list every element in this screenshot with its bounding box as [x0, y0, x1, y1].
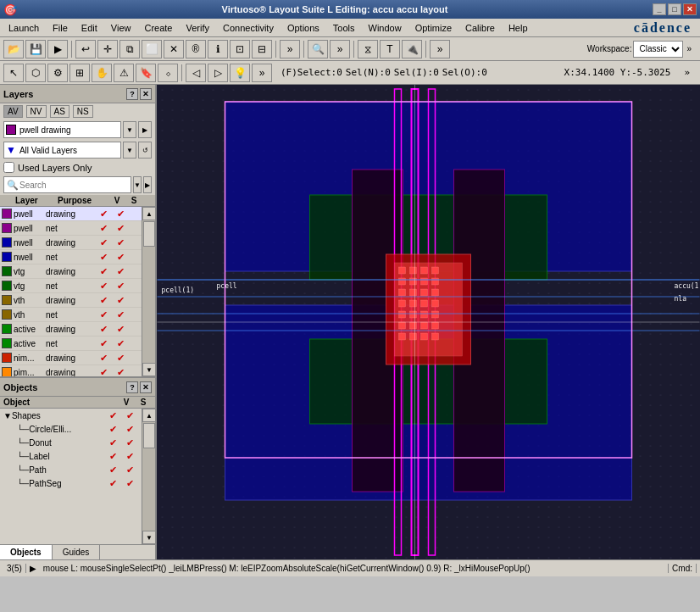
valid-layers-dropdown[interactable]: ▼	[123, 142, 136, 159]
menu-options[interactable]: Options	[281, 21, 326, 35]
layer-dropdown-button[interactable]: ▼	[123, 121, 136, 138]
objects-row[interactable]: └─ Circle/Elli... ✔ ✔	[0, 422, 142, 436]
layer-row[interactable]: pim... drawing ✔ ✔	[0, 365, 142, 376]
layer-row[interactable]: nim... drawing ✔ ✔	[0, 351, 142, 365]
menu-window[interactable]: Window	[362, 21, 408, 35]
tb-more1[interactable]: »	[280, 40, 300, 58]
menu-connectivity[interactable]: Connectivity	[216, 21, 281, 35]
menu-verify[interactable]: Verify	[179, 21, 216, 35]
layer-tab-nv[interactable]: NV	[26, 105, 47, 118]
menu-calibre[interactable]: Calibre	[458, 21, 502, 35]
scroll-up[interactable]: ▲	[142, 207, 155, 220]
layer-tab-as[interactable]: AS	[50, 105, 69, 118]
tb2-btn4[interactable]: ⊞	[69, 64, 90, 82]
close-button[interactable]: ✕	[683, 3, 697, 15]
tb2-btn2[interactable]: ⬡	[25, 64, 46, 82]
tb2-more[interactable]: »	[252, 64, 272, 82]
obj-scroll-track[interactable]	[142, 422, 155, 531]
workspace-more[interactable]: »	[685, 44, 693, 53]
scroll-down[interactable]: ▼	[142, 363, 155, 376]
separator3	[303, 41, 304, 58]
tb-btn-3[interactable]: ▶	[47, 40, 68, 58]
objects-row[interactable]: ▼ Shapes ✔ ✔	[0, 409, 142, 422]
menu-file[interactable]: File	[46, 21, 75, 35]
layers-close-button[interactable]: ✕	[140, 88, 152, 100]
tb-btn-8[interactable]: ⬜	[142, 40, 162, 58]
valid-layers-extra[interactable]: ↺	[138, 142, 152, 159]
menu-view[interactable]: View	[104, 21, 138, 35]
menu-optimize[interactable]: Optimize	[408, 21, 458, 35]
save-button[interactable]: 💾	[25, 40, 46, 58]
tb2-btn8[interactable]: ⬦	[158, 64, 178, 82]
move-button[interactable]: ✛	[97, 40, 118, 58]
delete-button[interactable]: ✕	[164, 40, 184, 58]
tb-btn-10[interactable]: ®	[186, 40, 206, 58]
tb2-btn10[interactable]: ▷	[208, 64, 228, 82]
tb-more3[interactable]: »	[430, 40, 450, 58]
layer-row[interactable]: pwell net ✔ ✔	[0, 221, 142, 236]
hand-button[interactable]: ✋	[92, 64, 112, 82]
layer-row[interactable]: vtg drawing ✔ ✔	[0, 264, 142, 279]
obj-scroll-down[interactable]: ▼	[142, 531, 155, 544]
layer-purpose: net	[46, 253, 95, 262]
undo-button[interactable]: ↩	[75, 40, 96, 58]
tb-more2[interactable]: »	[330, 40, 350, 58]
objects-help-button[interactable]: ?	[126, 381, 138, 393]
objects-row[interactable]: └─ Donut ✔ ✔	[0, 436, 142, 449]
used-layers-checkbox[interactable]	[3, 162, 14, 173]
objects-close-button[interactable]: ✕	[140, 381, 152, 393]
layer-scrollbar[interactable]: ▲ ▼	[142, 207, 155, 376]
maximize-button[interactable]: □	[668, 3, 681, 15]
zoom-in-button[interactable]: 🔍	[308, 40, 328, 58]
bulb-button[interactable]: 💡	[230, 64, 250, 82]
copy-button[interactable]: ⧉	[119, 40, 140, 58]
layer-row[interactable]: active drawing ✔ ✔	[0, 322, 142, 337]
select-button[interactable]: ↖	[3, 64, 24, 82]
menu-launch[interactable]: Launch	[2, 21, 46, 35]
current-layer-select[interactable]: pwell drawing	[3, 121, 121, 138]
workspace-select[interactable]: Classic	[633, 41, 683, 58]
scroll-thumb[interactable]	[143, 221, 155, 247]
info-button[interactable]: ℹ	[208, 40, 228, 58]
tb-btn-17[interactable]: ⧖	[358, 40, 378, 58]
minimize-button[interactable]: _	[653, 3, 666, 15]
valid-layers-select[interactable]: ▼ All Valid Layers	[3, 142, 121, 159]
search-input[interactable]	[3, 176, 131, 193]
tb2-btn6[interactable]: ⚠	[114, 64, 134, 82]
menu-help[interactable]: Help	[502, 21, 535, 35]
menu-edit[interactable]: Edit	[75, 21, 104, 35]
tb2-btn9[interactable]: ◁	[186, 64, 206, 82]
scroll-track[interactable]	[142, 220, 155, 363]
obj-scroll-thumb[interactable]	[143, 423, 155, 448]
layer-row[interactable]: active net ✔ ✔	[0, 337, 142, 351]
layer-row[interactable]: pwell drawing ✔ ✔	[0, 207, 142, 221]
tab-guides[interactable]: Guides	[53, 545, 101, 559]
tb-btn-12[interactable]: ⊡	[230, 40, 250, 58]
search-extra[interactable]: ▶	[143, 176, 152, 193]
objects-row[interactable]: └─ PathSeg ✔ ✔	[0, 476, 142, 490]
canvas-area[interactable]: pcell pcell(1) accu(1) nla	[157, 85, 700, 559]
tb2-btn3[interactable]: ⚙	[47, 64, 68, 82]
tb-btn-13[interactable]: ⊟	[252, 40, 272, 58]
layer-tab-av[interactable]: AV	[3, 105, 23, 118]
layer-extra-button[interactable]: ▶	[138, 121, 152, 138]
text-button[interactable]: T	[380, 40, 400, 58]
search-dropdown[interactable]: ▼	[133, 176, 142, 193]
layer-row[interactable]: nwell net ✔ ✔	[0, 250, 142, 264]
objects-row[interactable]: └─ Path ✔ ✔	[0, 463, 142, 476]
tb-btn-19[interactable]: 🔌	[402, 40, 422, 58]
layer-row[interactable]: vtg net ✔ ✔	[0, 279, 142, 293]
open-button[interactable]: 📂	[3, 40, 24, 58]
menu-tools[interactable]: Tools	[326, 21, 362, 35]
obj-scroll-up[interactable]: ▲	[142, 409, 155, 422]
menu-create[interactable]: Create	[137, 21, 179, 35]
layers-help-button[interactable]: ?	[126, 88, 138, 100]
tab-objects[interactable]: Objects	[0, 545, 53, 559]
objects-row[interactable]: └─ Label ✔ ✔	[0, 449, 142, 463]
layer-row[interactable]: vth drawing ✔ ✔	[0, 293, 142, 308]
layer-row[interactable]: nwell drawing ✔ ✔	[0, 236, 142, 250]
objects-scrollbar[interactable]: ▲ ▼	[142, 409, 155, 544]
layer-tab-ns[interactable]: NS	[73, 105, 93, 118]
tb2-btn7[interactable]: 🔖	[136, 64, 156, 82]
layer-row[interactable]: vth net ✔ ✔	[0, 308, 142, 322]
